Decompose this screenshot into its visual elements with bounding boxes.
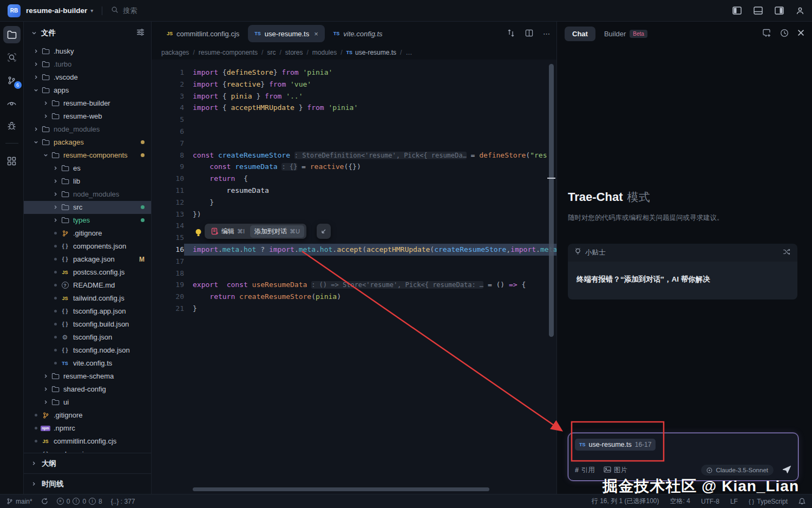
tree-item-tailwind.config.js[interactable]: JStailwind.config.js	[24, 292, 151, 305]
model-selector[interactable]: Claude-3.5-Sonnet	[701, 465, 774, 476]
tree-item-postcss.config.js[interactable]: JSpostcss.config.js	[24, 266, 151, 279]
sync-icon[interactable]	[41, 498, 48, 505]
code-line-5[interactable]: 5	[152, 114, 556, 126]
tree-item-es[interactable]: es	[24, 162, 151, 175]
chat-input[interactable]: TS use-resume.ts 16-17 # 引用 图片 Cl	[568, 433, 798, 481]
code-line-1[interactable]: 1import {defineStore} from 'pinia'	[152, 67, 556, 79]
tree-item-resume-components[interactable]: resume-components	[24, 149, 151, 162]
breadcrumb-item-src[interactable]: src	[267, 49, 276, 56]
code-line-16[interactable]: 16import.meta.hot ? import.meta.hot.acce…	[152, 244, 556, 256]
more-actions-icon[interactable]: ⋯	[543, 30, 551, 38]
toggle-left-panel-icon[interactable]	[732, 6, 742, 15]
breadcrumb-item-resume-components[interactable]: resume-components	[199, 49, 258, 56]
chevron-down-icon[interactable]	[31, 29, 37, 37]
git-branch-indicator[interactable]: main*	[6, 498, 32, 505]
tree-item-.gitignore[interactable]: .gitignore	[24, 227, 151, 240]
code-line-17[interactable]: 17	[152, 256, 556, 268]
breadcrumb-item-packages[interactable]: packages	[161, 49, 189, 56]
send-icon[interactable]	[782, 465, 791, 476]
editor-tab-use-resume.ts[interactable]: TSuse-resume.ts×	[248, 25, 324, 42]
code-line-18[interactable]: 18	[152, 268, 556, 279]
tree-item-src[interactable]: src	[24, 201, 151, 214]
tree-item-resume-schema[interactable]: resume-schema	[24, 370, 151, 383]
breadcrumb-item-stores[interactable]: stores	[285, 49, 303, 56]
vertical-scrollbar[interactable]	[549, 64, 554, 337]
breadcrumb-item-modules[interactable]: modules	[312, 49, 337, 56]
project-name[interactable]: resume-ai-builder	[26, 6, 87, 15]
activity-preview-icon[interactable]	[3, 94, 21, 112]
tree-item-package.json[interactable]: { }package.json	[24, 448, 151, 453]
tree-item-apps[interactable]: apps	[24, 84, 151, 97]
toggle-bottom-panel-icon[interactable]	[754, 6, 763, 15]
code-line-4[interactable]: 4import { acceptHMRUpdate } from 'pinia'	[152, 102, 556, 114]
tree-item-lib[interactable]: lib	[24, 175, 151, 188]
tab-chat[interactable]: Chat	[565, 27, 595, 41]
image-button[interactable]: 图片	[604, 466, 627, 475]
compare-changes-icon[interactable]	[507, 29, 515, 39]
tree-item-package.json[interactable]: { }package.jsonM	[24, 253, 151, 266]
tree-item-components.json[interactable]: { }components.json	[24, 240, 151, 253]
add-to-chat-button[interactable]: 添加到对话⌘U	[250, 225, 304, 238]
code-line-12[interactable]: 12 }	[152, 197, 556, 209]
code-line-20[interactable]: 20 return createResumeStore(pinia)	[152, 291, 556, 303]
code-line-21[interactable]: 21}	[152, 303, 556, 315]
cursor-position[interactable]: 行 16, 列 1 (已选择100)	[592, 497, 659, 506]
code-line-9[interactable]: 9 const resumeData : {} = reactive({})	[152, 161, 556, 173]
tree-item-node_modules[interactable]: node_modules	[24, 188, 151, 201]
tab-builder[interactable]: Builder Beta	[604, 30, 647, 38]
shuffle-icon[interactable]	[783, 249, 791, 257]
chevron-down-icon[interactable]: ▾	[90, 8, 93, 14]
metrics-indicator[interactable]: {..} : 377	[111, 498, 135, 505]
context-chip[interactable]: TS use-resume.ts 16-17	[575, 439, 656, 451]
activity-files-icon[interactable]	[3, 26, 21, 43]
close-panel-icon[interactable]	[797, 29, 804, 38]
problems-indicator[interactable]: ×0 !0 i8	[57, 498, 102, 505]
tree-item-.vscode[interactable]: .vscode	[24, 71, 151, 84]
notifications-bell-icon[interactable]	[798, 498, 806, 505]
tree-item-shared-config[interactable]: shared-config	[24, 383, 151, 396]
tree-item-node_modules[interactable]: node_modules	[24, 123, 151, 136]
code-line-7[interactable]: 7	[152, 138, 556, 149]
widget-more-button[interactable]	[317, 224, 331, 239]
close-tab-icon[interactable]: ×	[314, 30, 318, 38]
tree-item-tsconfig.node.json[interactable]: { }tsconfig.node.json	[24, 344, 151, 357]
code-area[interactable]: 1import {defineStore} from 'pinia'2impor…	[152, 60, 556, 494]
tree-item-resume-web[interactable]: resume-web	[24, 110, 151, 123]
toggle-right-panel-icon[interactable]	[775, 6, 784, 15]
code-line-8[interactable]: 8const createResumeStore : StoreDefiniti…	[152, 149, 556, 161]
global-search[interactable]: 搜索	[111, 6, 137, 16]
eol-setting[interactable]: LF	[730, 498, 738, 505]
tree-item-resume-builder[interactable]: resume-builder	[24, 97, 151, 110]
outline-section[interactable]: 大纲	[24, 453, 151, 473]
tree-item-commitlint.config.cjs[interactable]: JScommitlint.config.cjs	[24, 435, 151, 448]
tree-item-packages[interactable]: packages	[24, 136, 151, 149]
code-line-10[interactable]: 10 return {	[152, 173, 556, 185]
account-icon[interactable]	[796, 6, 804, 15]
horizontal-scrollbar[interactable]	[193, 487, 489, 491]
code-line-11[interactable]: 11 resumeData	[152, 185, 556, 197]
tree-item-vite.config.ts[interactable]: TSvite.config.ts	[24, 357, 151, 370]
activity-debug-icon[interactable]	[3, 117, 21, 134]
tree-item-tsconfig.app.json[interactable]: { }tsconfig.app.json	[24, 305, 151, 318]
breadcrumb-item-use-resume.ts[interactable]: TSuse-resume.ts	[346, 49, 397, 56]
activity-search-icon[interactable]	[3, 49, 21, 66]
code-line-3[interactable]: 3import { pinia } from '..'	[152, 90, 556, 102]
tree-item-.turbo[interactable]: .turbo	[24, 58, 151, 71]
editor-tab-vite.config.ts[interactable]: TSvite.config.ts	[327, 25, 389, 42]
language-mode[interactable]: { }TypeScript	[749, 498, 788, 505]
code-line-19[interactable]: 19export const useResumeData : () => Sto…	[152, 279, 556, 291]
breadcrumb-item-…[interactable]: …	[405, 49, 412, 56]
reference-button[interactable]: # 引用	[575, 466, 595, 475]
tree-item-.husky[interactable]: .husky	[24, 45, 151, 58]
tree-item-tsconfig.json[interactable]: ⚙tsconfig.json	[24, 331, 151, 344]
tree-item-.gitignore[interactable]: .gitignore	[24, 409, 151, 422]
tree-item-ui[interactable]: ui	[24, 396, 151, 409]
activity-extensions-icon[interactable]	[3, 152, 21, 170]
indent-setting[interactable]: 空格: 4	[670, 497, 690, 506]
new-chat-icon[interactable]	[762, 29, 771, 39]
activity-source-control-icon[interactable]: 6	[3, 71, 21, 89]
history-icon[interactable]	[780, 29, 789, 39]
tree-item-tsconfig.build.json[interactable]: { }tsconfig.build.json	[24, 318, 151, 331]
encoding-setting[interactable]: UTF-8	[701, 498, 719, 505]
edit-with-ai-button[interactable]: 编辑⌘I	[207, 225, 249, 238]
